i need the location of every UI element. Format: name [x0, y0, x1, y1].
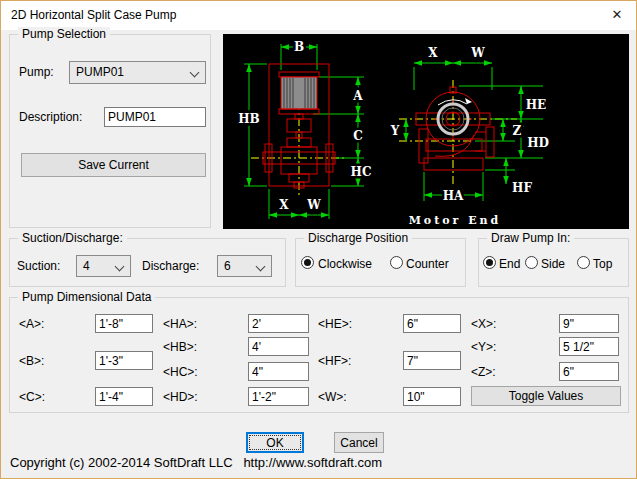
radio-clockwise-label[interactable]: Clockwise	[318, 257, 372, 271]
chevron-down-icon	[115, 262, 125, 272]
dim-hf-field[interactable]	[403, 351, 461, 370]
pump-label: Pump:	[19, 65, 54, 79]
discharge-select[interactable]: 6	[217, 255, 272, 277]
dim-hb-label: <HB>:	[163, 340, 197, 354]
dim-hc-field[interactable]	[248, 362, 309, 381]
radio-counter[interactable]	[390, 256, 403, 269]
radio-top-label[interactable]: Top	[593, 257, 612, 271]
window-title: 2D Horizontal Split Case Pump	[11, 8, 176, 22]
dim-ha-label: <HA>:	[163, 317, 197, 331]
dim-hd-field[interactable]	[248, 387, 309, 406]
dim-z-field[interactable]	[559, 362, 619, 381]
dim-label-x-end: X	[428, 46, 438, 60]
dim-y-field[interactable]	[559, 337, 619, 356]
dim-hf-label: <HF>:	[318, 354, 351, 368]
dim-he-label: <HE>:	[318, 317, 352, 331]
dim-label-hc: HC	[351, 165, 372, 179]
radio-side[interactable]	[525, 256, 538, 269]
motor-end-caption: Motor End	[409, 214, 502, 227]
radio-end[interactable]	[483, 256, 496, 269]
dim-label-hb: HB	[238, 112, 259, 126]
dim-z-label: <Z>:	[471, 365, 496, 379]
suction-discharge-group-label: Suction/Discharge:	[18, 231, 127, 245]
pump-select-value: PUMP01	[76, 65, 124, 79]
dim-w-field[interactable]	[403, 387, 461, 406]
dim-label-hd: HD	[527, 136, 549, 150]
radio-clockwise[interactable]	[301, 256, 314, 269]
dimensional-data-group-label: Pump Dimensional Data	[18, 290, 155, 304]
dimension-labels: B HB A C HC X W X W Y HE Z HD HF HA Moto…	[238, 40, 549, 227]
dim-c-field[interactable]	[95, 387, 153, 406]
draw-pump-in-group-label: Draw Pump In:	[487, 231, 574, 245]
dim-x-label: <X>:	[471, 317, 496, 331]
copyright-text: Copyright (c) 2002-2014 SoftDraft LLC ht…	[10, 455, 382, 470]
dim-label-x-side: X	[279, 198, 289, 212]
dim-label-w-side: W	[306, 198, 321, 212]
dim-hc-label: <HC>:	[163, 365, 198, 379]
dim-b-label: <B>:	[19, 354, 44, 368]
dim-a-field[interactable]	[95, 314, 153, 333]
chevron-down-icon	[190, 68, 200, 78]
discharge-select-value: 6	[224, 259, 231, 273]
dim-label-c: C	[353, 129, 363, 143]
dim-label-b: B	[294, 40, 304, 54]
dim-he-field[interactable]	[403, 314, 461, 333]
dim-b-field[interactable]	[95, 351, 153, 370]
dim-label-hf: HF	[512, 181, 532, 195]
dim-label-y: Y	[390, 124, 400, 138]
discharge-label: Discharge:	[142, 259, 199, 273]
dim-hb-field[interactable]	[248, 337, 309, 356]
radio-side-label[interactable]: Side	[541, 257, 565, 271]
chevron-down-icon	[256, 262, 266, 272]
pump-selection-group-label: Pump Selection	[18, 27, 110, 41]
dim-label-z: Z	[513, 124, 522, 138]
pump-select[interactable]: PUMP01	[69, 61, 206, 84]
suction-label: Suction:	[17, 259, 60, 273]
dim-label-a: A	[352, 89, 363, 103]
radio-counter-label[interactable]: Counter	[406, 257, 449, 271]
toggle-values-button[interactable]: Toggle Values	[471, 386, 621, 406]
close-icon[interactable]: ✕	[600, 2, 634, 28]
ok-button[interactable]: OK	[246, 432, 304, 453]
dim-w-label: <W>:	[318, 390, 347, 404]
dim-x-field[interactable]	[559, 314, 619, 333]
save-current-button[interactable]: Save Current	[21, 153, 206, 177]
pump-diagram-svg: B HB A C HC X W X W Y HE Z HD HF HA Moto…	[223, 34, 629, 229]
dim-c-label: <C>:	[19, 390, 45, 404]
dim-label-he: HE	[526, 98, 546, 112]
pump-diagram: B HB A C HC X W X W Y HE Z HD HF HA Moto…	[223, 34, 629, 229]
description-field[interactable]	[104, 107, 206, 127]
discharge-position-group-label: Discharge Position	[304, 231, 412, 245]
dim-label-ha: HA	[443, 189, 464, 203]
cancel-button[interactable]: Cancel	[334, 432, 384, 453]
dim-a-label: <A>:	[19, 317, 44, 331]
description-label: Description:	[19, 110, 82, 124]
dialog-2d-horizontal-split-case-pump: 2D Horizontal Split Case Pump ✕ Pump Sel…	[0, 0, 637, 479]
dim-hd-label: <HD>:	[163, 390, 198, 404]
suction-select-value: 4	[83, 259, 90, 273]
dim-ha-field[interactable]	[248, 314, 309, 333]
dim-y-label: <Y>:	[471, 340, 496, 354]
title-bar[interactable]: 2D Horizontal Split Case Pump ✕	[1, 1, 636, 30]
suction-select[interactable]: 4	[76, 255, 131, 277]
radio-end-label[interactable]: End	[499, 257, 520, 271]
radio-top[interactable]	[577, 256, 590, 269]
dim-label-w-end: W	[470, 46, 485, 60]
